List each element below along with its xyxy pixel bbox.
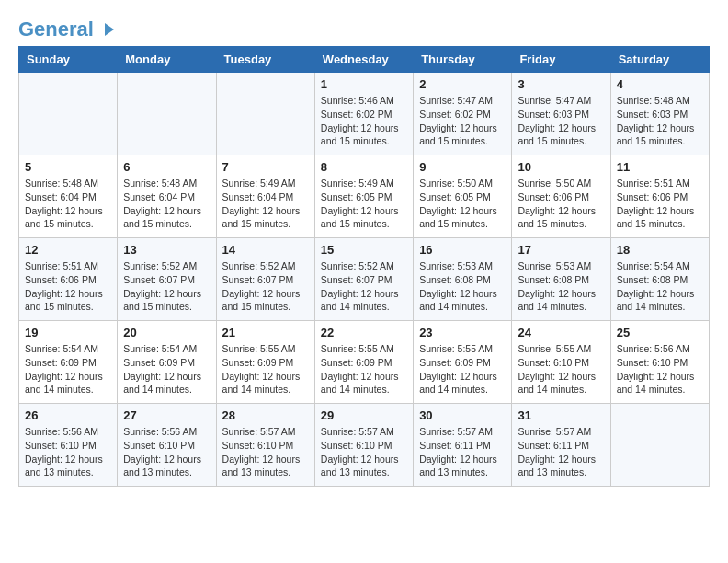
calendar-cell: 27Sunrise: 5:56 AMSunset: 6:10 PMDayligh… (118, 404, 216, 487)
weekday-header: Monday (118, 47, 216, 73)
day-number: 31 (518, 408, 604, 422)
calendar-cell: 3Sunrise: 5:47 AMSunset: 6:03 PMDaylight… (512, 73, 610, 155)
calendar-cell: 17Sunrise: 5:53 AMSunset: 6:08 PMDayligh… (512, 238, 610, 321)
weekday-header: Friday (512, 47, 610, 73)
day-info: Sunrise: 5:52 AMSunset: 6:07 PMDaylight:… (123, 259, 210, 314)
logo-icon (96, 19, 116, 40)
calendar-cell: 22Sunrise: 5:55 AMSunset: 6:09 PMDayligh… (314, 321, 413, 404)
calendar-cell: 8Sunrise: 5:49 AMSunset: 6:05 PMDaylight… (314, 155, 413, 238)
day-info: Sunrise: 5:50 AMSunset: 6:06 PMDaylight:… (518, 177, 604, 231)
day-number: 3 (518, 77, 604, 91)
day-number: 25 (617, 326, 703, 339)
calendar-cell: 30Sunrise: 5:57 AMSunset: 6:11 PMDayligh… (414, 404, 512, 487)
day-number: 4 (617, 77, 703, 91)
day-info: Sunrise: 5:56 AMSunset: 6:10 PMDaylight:… (617, 342, 703, 396)
weekday-header: Saturday (610, 47, 709, 73)
day-number: 9 (419, 160, 506, 174)
calendar-cell: 19Sunrise: 5:54 AMSunset: 6:09 PMDayligh… (19, 321, 118, 404)
page-header: General (18, 18, 710, 37)
calendar-cell (216, 73, 314, 155)
calendar-cell: 9Sunrise: 5:50 AMSunset: 6:05 PMDaylight… (414, 155, 512, 238)
calendar-cell: 11Sunrise: 5:51 AMSunset: 6:06 PMDayligh… (610, 155, 709, 238)
calendar-cell: 20Sunrise: 5:54 AMSunset: 6:09 PMDayligh… (118, 321, 216, 404)
day-info: Sunrise: 5:48 AMSunset: 6:04 PMDaylight:… (123, 177, 210, 231)
day-number: 29 (321, 408, 407, 422)
day-info: Sunrise: 5:47 AMSunset: 6:03 PMDaylight:… (518, 94, 604, 148)
calendar-cell: 4Sunrise: 5:48 AMSunset: 6:03 PMDaylight… (610, 73, 709, 155)
calendar-cell: 29Sunrise: 5:57 AMSunset: 6:10 PMDayligh… (314, 404, 413, 487)
calendar-cell: 21Sunrise: 5:55 AMSunset: 6:09 PMDayligh… (216, 321, 314, 404)
calendar-week-row: 26Sunrise: 5:56 AMSunset: 6:10 PMDayligh… (19, 404, 710, 487)
calendar-week-row: 19Sunrise: 5:54 AMSunset: 6:09 PMDayligh… (19, 321, 710, 404)
day-number: 18 (617, 243, 703, 257)
calendar-cell: 31Sunrise: 5:57 AMSunset: 6:11 PMDayligh… (512, 404, 610, 487)
day-number: 28 (222, 408, 309, 422)
calendar-cell (118, 73, 216, 155)
day-number: 8 (321, 160, 407, 174)
calendar-cell: 15Sunrise: 5:52 AMSunset: 6:07 PMDayligh… (314, 238, 413, 321)
day-info: Sunrise: 5:53 AMSunset: 6:08 PMDaylight:… (419, 259, 506, 314)
day-info: Sunrise: 5:48 AMSunset: 6:04 PMDaylight:… (25, 177, 111, 231)
day-info: Sunrise: 5:54 AMSunset: 6:08 PMDaylight:… (617, 259, 703, 314)
calendar-cell: 2Sunrise: 5:47 AMSunset: 6:02 PMDaylight… (414, 73, 512, 155)
calendar-cell: 5Sunrise: 5:48 AMSunset: 6:04 PMDaylight… (19, 155, 118, 238)
weekday-header: Sunday (19, 47, 118, 73)
day-number: 24 (518, 326, 604, 339)
day-info: Sunrise: 5:46 AMSunset: 6:02 PMDaylight:… (321, 94, 407, 148)
day-number: 14 (222, 243, 309, 257)
day-number: 17 (518, 243, 604, 257)
day-info: Sunrise: 5:50 AMSunset: 6:05 PMDaylight:… (419, 177, 506, 231)
calendar-week-row: 5Sunrise: 5:48 AMSunset: 6:04 PMDaylight… (19, 155, 710, 238)
calendar-week-row: 1Sunrise: 5:46 AMSunset: 6:02 PMDaylight… (19, 73, 710, 155)
day-info: Sunrise: 5:55 AMSunset: 6:10 PMDaylight:… (518, 342, 604, 396)
day-number: 5 (25, 160, 111, 174)
day-info: Sunrise: 5:49 AMSunset: 6:04 PMDaylight:… (222, 177, 309, 231)
day-number: 30 (419, 408, 506, 422)
calendar-cell: 12Sunrise: 5:51 AMSunset: 6:06 PMDayligh… (19, 238, 118, 321)
day-info: Sunrise: 5:52 AMSunset: 6:07 PMDaylight:… (321, 259, 407, 314)
day-number: 15 (321, 243, 407, 257)
day-number: 6 (123, 160, 210, 174)
day-number: 22 (321, 326, 407, 339)
calendar-cell: 23Sunrise: 5:55 AMSunset: 6:09 PMDayligh… (414, 321, 512, 404)
day-info: Sunrise: 5:48 AMSunset: 6:03 PMDaylight:… (617, 94, 703, 148)
day-number: 1 (321, 77, 407, 91)
day-number: 11 (617, 160, 703, 174)
day-info: Sunrise: 5:52 AMSunset: 6:07 PMDaylight:… (222, 259, 309, 314)
calendar-cell: 6Sunrise: 5:48 AMSunset: 6:04 PMDaylight… (118, 155, 216, 238)
calendar-week-row: 12Sunrise: 5:51 AMSunset: 6:06 PMDayligh… (19, 238, 710, 321)
day-info: Sunrise: 5:55 AMSunset: 6:09 PMDaylight:… (222, 342, 309, 396)
calendar-header-row: SundayMondayTuesdayWednesdayThursdayFrid… (19, 47, 710, 73)
logo-text: General (18, 18, 94, 40)
day-number: 23 (419, 326, 506, 339)
day-number: 7 (222, 160, 309, 174)
day-number: 2 (419, 77, 506, 91)
day-info: Sunrise: 5:56 AMSunset: 6:10 PMDaylight:… (25, 425, 111, 479)
day-info: Sunrise: 5:47 AMSunset: 6:02 PMDaylight:… (419, 94, 506, 148)
calendar-cell: 26Sunrise: 5:56 AMSunset: 6:10 PMDayligh… (19, 404, 118, 487)
day-number: 13 (123, 243, 210, 257)
calendar-cell: 25Sunrise: 5:56 AMSunset: 6:10 PMDayligh… (610, 321, 709, 404)
calendar-cell: 16Sunrise: 5:53 AMSunset: 6:08 PMDayligh… (414, 238, 512, 321)
day-info: Sunrise: 5:57 AMSunset: 6:11 PMDaylight:… (518, 425, 604, 479)
day-number: 26 (25, 408, 111, 422)
day-info: Sunrise: 5:54 AMSunset: 6:09 PMDaylight:… (25, 342, 111, 396)
day-number: 19 (25, 326, 111, 339)
day-info: Sunrise: 5:57 AMSunset: 6:10 PMDaylight:… (321, 425, 407, 479)
day-info: Sunrise: 5:57 AMSunset: 6:10 PMDaylight:… (222, 425, 309, 479)
day-info: Sunrise: 5:53 AMSunset: 6:08 PMDaylight:… (518, 259, 604, 314)
weekday-header: Tuesday (216, 47, 314, 73)
calendar-cell: 18Sunrise: 5:54 AMSunset: 6:08 PMDayligh… (610, 238, 709, 321)
calendar-cell: 28Sunrise: 5:57 AMSunset: 6:10 PMDayligh… (216, 404, 314, 487)
weekday-header: Wednesday (314, 47, 413, 73)
calendar-cell: 7Sunrise: 5:49 AMSunset: 6:04 PMDaylight… (216, 155, 314, 238)
calendar-cell (610, 404, 709, 487)
logo: General (18, 18, 116, 37)
day-number: 21 (222, 326, 309, 339)
day-info: Sunrise: 5:55 AMSunset: 6:09 PMDaylight:… (321, 342, 407, 396)
calendar-cell: 14Sunrise: 5:52 AMSunset: 6:07 PMDayligh… (216, 238, 314, 321)
day-number: 16 (419, 243, 506, 257)
weekday-header: Thursday (414, 47, 512, 73)
calendar-cell: 24Sunrise: 5:55 AMSunset: 6:10 PMDayligh… (512, 321, 610, 404)
day-info: Sunrise: 5:51 AMSunset: 6:06 PMDaylight:… (617, 177, 703, 231)
